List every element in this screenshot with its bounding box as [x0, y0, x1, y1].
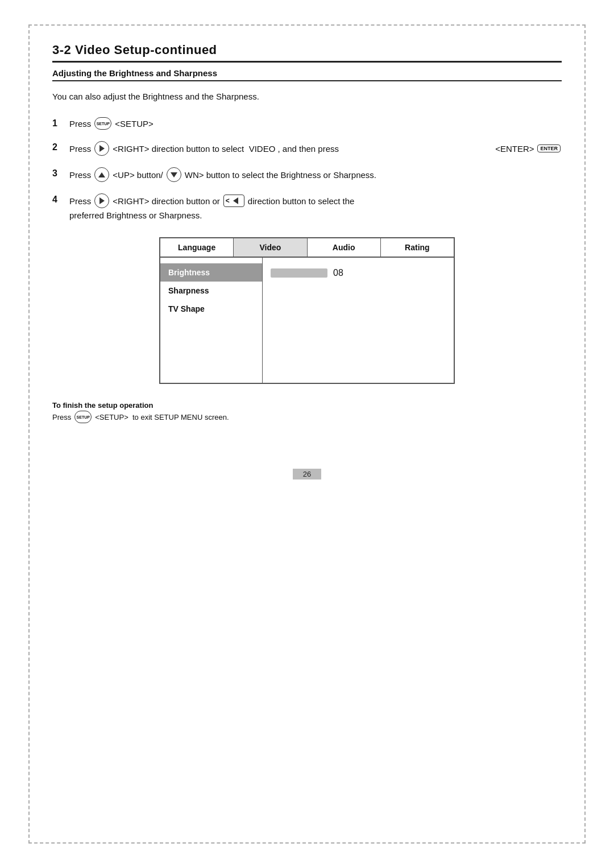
menu-item-tvshape: TV Shape [160, 300, 262, 318]
menu-right: 08 [263, 258, 454, 383]
left-button-icon [231, 196, 241, 206]
tab-audio: Audio [308, 238, 381, 257]
footer-note: To finish the setup operation Press SETU… [52, 401, 562, 423]
step-2-text1: <RIGHT> direction button to select VIDEO… [113, 144, 339, 154]
page-num-wrap: 26 [52, 446, 562, 480]
tab-video: Video [234, 238, 307, 257]
tab-language: Language [160, 238, 234, 257]
value-bar [271, 268, 327, 278]
setup-button-icon: SETUP [94, 117, 111, 130]
footer-bold: To finish the setup operation [52, 401, 562, 410]
value-row: 08 [271, 263, 446, 283]
left-bracket: < [226, 197, 230, 205]
subtitle-bar: Adjusting the Brightness and Sharpness [52, 68, 562, 81]
title-bar: 3-2 Video Setup-continued [52, 43, 562, 63]
menu-diagram: Language Video Audio Rating Brightness S… [159, 237, 455, 384]
step-4-content: Press <RIGHT> direction button or < dire… [69, 193, 562, 208]
step-3-press: Press [69, 170, 91, 180]
step-2-enter-label: <ENTER> [495, 144, 534, 154]
page-number: 26 [293, 469, 321, 480]
step-1-content: Press SETUP <SETUP> [69, 117, 562, 130]
step-3-num: 3 [52, 168, 66, 179]
enter-button-icon: ENTER [537, 144, 561, 152]
step-3: 3 Press <UP> button/ ⁠WN> button to sele… [52, 167, 562, 182]
footer-line: Press SETUP <SETUP> to exit SETUP MENU s… [52, 411, 562, 423]
up-button-icon [94, 167, 109, 182]
intro-text: You can also adjust the Brightness and t… [52, 92, 562, 101]
menu-item-brightness: Brightness [160, 263, 262, 282]
right-button-icon [94, 141, 109, 156]
footer-text: <SETUP> to exit SETUP MENU screen. [95, 413, 229, 421]
step-2-press: Press [69, 144, 91, 154]
step-3-text2: ⁠WN> button to select the Brightness or … [185, 170, 376, 180]
step-1-press: Press [69, 119, 91, 129]
step-4-text1: <RIGHT> direction button or [113, 196, 219, 206]
step-3-content: Press <UP> button/ ⁠WN> button to select… [69, 167, 562, 182]
step-3-text1: <UP> button/ [113, 170, 163, 180]
step-2-num: 2 [52, 142, 66, 152]
menu-left: Brightness Sharpness TV Shape [160, 258, 263, 383]
step-2: 2 Press <RIGHT> direction button to sele… [52, 141, 562, 156]
footer-press: Press [52, 413, 71, 421]
step-4: 4 Press <RIGHT> direction button or < di… [52, 193, 562, 208]
page-title: 3-2 Video Setup-continued [52, 43, 562, 57]
value-number: 08 [333, 268, 343, 278]
right-button-icon-2 [94, 193, 109, 208]
menu-body: Brightness Sharpness TV Shape 08 [160, 258, 454, 383]
step-4-text2: direction button to select the [248, 196, 355, 206]
page-wrapper: 3-2 Video Setup-continued Adjusting the … [28, 24, 586, 844]
step-4-line2: preferred Brightness or Sharpness. [69, 210, 562, 220]
subtitle: Adjusting the Brightness and Sharpness [52, 68, 562, 78]
menu-tabs: Language Video Audio Rating [160, 238, 454, 258]
step-1-label: <SETUP> [115, 119, 154, 129]
tab-rating: Rating [381, 238, 454, 257]
header-section: 3-2 Video Setup-continued Adjusting the … [52, 43, 562, 81]
step-4-num: 4 [52, 195, 66, 205]
step-1-num: 1 [52, 118, 66, 129]
menu-item-sharpness: Sharpness [160, 282, 262, 300]
down-button-icon [167, 167, 181, 182]
step-4-press: Press [69, 196, 91, 206]
step-2-content: Press <RIGHT> direction button to select… [69, 141, 562, 156]
step-1: 1 Press SETUP <SETUP> [52, 117, 562, 130]
footer-setup-icon: SETUP [74, 411, 92, 423]
